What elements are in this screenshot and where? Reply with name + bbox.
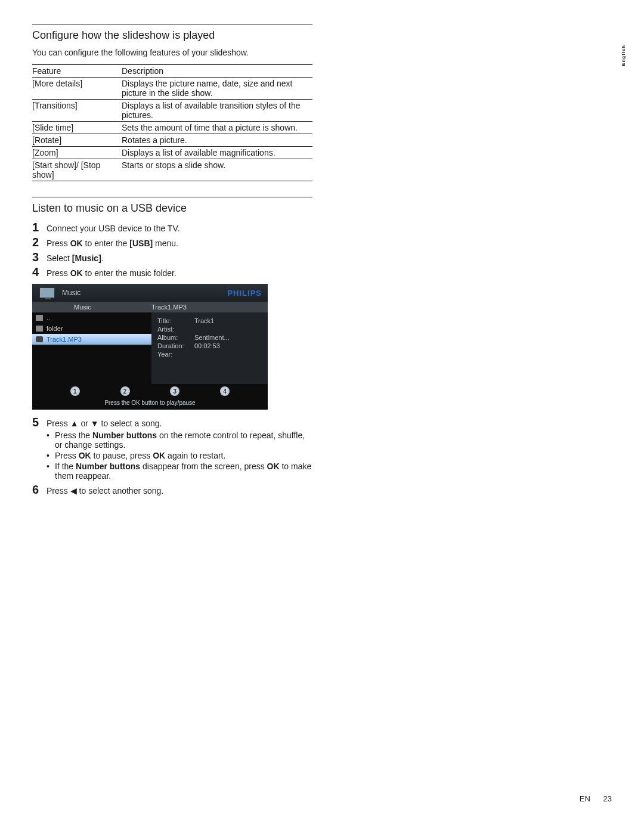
- cell-desc: Starts or stops a slide show.: [122, 159, 312, 181]
- tv-icon: [32, 287, 62, 298]
- table-row: [Transitions]Displays a list of availabl…: [32, 100, 312, 122]
- footer-page-number: 23: [603, 794, 612, 803]
- step-5: 5 Press ▲ or ▼ to select a song. Press t…: [32, 416, 312, 482]
- music-ui-title: Music: [62, 289, 227, 297]
- file-row-up: ..: [32, 312, 151, 323]
- music-ui-footer: 1 2 3 4 Press the OK button to play/paus…: [32, 384, 268, 410]
- number-button-2: 2: [120, 386, 130, 396]
- music-file-icon: [36, 336, 43, 342]
- number-button-4: 4: [220, 386, 230, 396]
- meta-duration-key: Duration:: [157, 342, 194, 349]
- cell-desc: Displays a list of available magnificati…: [122, 147, 312, 159]
- meta-year-key: Year:: [157, 351, 194, 358]
- cell-feature: [Rotate]: [32, 134, 122, 147]
- section-intro: You can configure the following features…: [32, 48, 312, 57]
- step-1: 1Connect your USB device to the TV.: [32, 221, 312, 234]
- crumb-right: Track1.MP3: [151, 304, 187, 311]
- bullet: If the Number buttons disappear from the…: [47, 462, 312, 481]
- metadata-panel: Title:Track1 Artist: Album:Sentiment... …: [151, 312, 268, 384]
- cell-feature: [Zoom]: [32, 147, 122, 159]
- table-row: [Start show]/ [Stop show]Starts or stops…: [32, 159, 312, 181]
- step-3: 3Select [Music].: [32, 250, 312, 264]
- page-column: Configure how the slideshow is played Yo…: [32, 24, 312, 501]
- meta-duration-val: 00:02:53: [194, 342, 220, 349]
- step-2: 2Press OK to enter the [USB] menu.: [32, 236, 312, 249]
- meta-title-val: Track1: [194, 317, 214, 324]
- meta-album-val: Sentiment...: [194, 334, 230, 341]
- table-row: [Zoom]Displays a list of available magni…: [32, 147, 312, 159]
- meta-artist-key: Artist:: [157, 326, 194, 333]
- page-footer: EN 23: [580, 794, 612, 803]
- folder-icon: [36, 326, 43, 332]
- table-row: [Rotate]Rotates a picture.: [32, 134, 312, 147]
- rule: [32, 197, 312, 197]
- section-heading-music: Listen to music on a USB device: [32, 202, 312, 215]
- th-feature: Feature: [32, 65, 122, 78]
- music-ui-header: Music PHILIPS: [32, 284, 268, 302]
- folder-icon: [36, 315, 43, 321]
- number-button-1: 1: [70, 386, 80, 396]
- cell-desc: Rotates a picture.: [122, 134, 312, 147]
- file-row-track-selected: Track1.MP3: [32, 334, 151, 345]
- file-list: .. folder Track1.MP3: [32, 312, 151, 384]
- feature-table: Feature Description [More details]Displa…: [32, 64, 312, 181]
- cell-feature: [More details]: [32, 78, 122, 100]
- bullet: Press OK to pause, press OK again to res…: [47, 451, 312, 460]
- meta-title-key: Title:: [157, 317, 194, 324]
- rule: [32, 24, 312, 24]
- step-4: 4Press OK to enter the music folder.: [32, 265, 312, 279]
- bullet: Press the Number buttons on the remote c…: [47, 431, 312, 450]
- language-tab: English: [621, 45, 626, 66]
- steps-list: 1Connect your USB device to the TV. 2Pre…: [32, 221, 312, 279]
- cell-feature: [Slide time]: [32, 122, 122, 134]
- cell-desc: Displays a list of available transition …: [122, 100, 312, 122]
- table-row: [More details]Displays the picture name,…: [32, 78, 312, 100]
- music-ui-breadcrumb: Music Track1.MP3: [32, 302, 268, 312]
- section-heading-slideshow: Configure how the slideshow is played: [32, 29, 312, 42]
- music-ui-hint: Press the OK button to play/pause: [32, 398, 268, 410]
- cell-feature: [Start show]/ [Stop show]: [32, 159, 122, 181]
- step-6: 6Press ◀ to select another song.: [32, 483, 312, 497]
- th-description: Description: [122, 65, 312, 78]
- steps-list-cont: 5 Press ▲ or ▼ to select a song. Press t…: [32, 416, 312, 497]
- table-row: [Slide time]Sets the amount of time that…: [32, 122, 312, 134]
- cell-desc: Sets the amount of time that a picture i…: [122, 122, 312, 134]
- meta-album-key: Album:: [157, 334, 194, 341]
- number-button-3: 3: [170, 386, 179, 396]
- file-row-folder: folder: [32, 323, 151, 334]
- music-ui-screenshot: Music PHILIPS Music Track1.MP3 .. folder…: [32, 284, 268, 410]
- footer-lang: EN: [580, 794, 590, 803]
- crumb-left: Music: [32, 304, 151, 311]
- cell-feature: [Transitions]: [32, 100, 122, 122]
- philips-logo: PHILIPS: [227, 289, 268, 298]
- cell-desc: Displays the picture name, date, size an…: [122, 78, 312, 100]
